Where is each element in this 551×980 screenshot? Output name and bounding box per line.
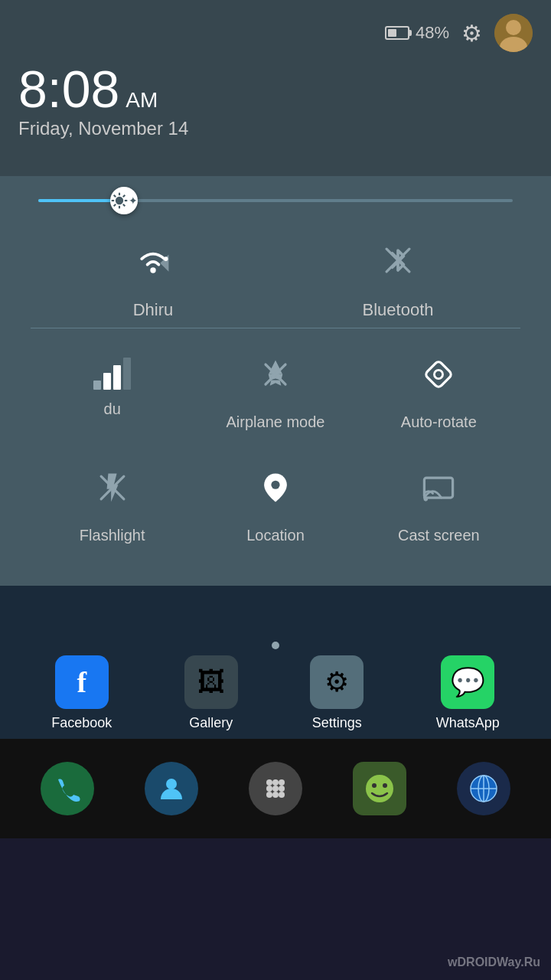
apps-nav-icon[interactable] (249, 762, 302, 815)
cast-screen-label: Cast screen (398, 527, 480, 544)
qs-row-2: du Airplane mode (31, 336, 520, 442)
time-display: 8:08 AM (18, 63, 533, 115)
location-icon (256, 468, 295, 516)
date: Friday, November 14 (18, 118, 533, 139)
svg-point-34 (279, 792, 285, 798)
svg-line-10 (122, 195, 124, 197)
airplane-label: Airplane mode (227, 413, 325, 431)
wifi-tile[interactable]: Dhiru (31, 225, 276, 328)
avatar[interactable] (494, 14, 533, 52)
svg-point-36 (372, 783, 377, 788)
settings-app-icon: ⚙ (310, 655, 364, 709)
gallery-icon: 🖼 (184, 655, 238, 709)
homescreen: f Facebook 🖼 Gallery ⚙ Settings 💬 WhatsA… (0, 586, 551, 739)
cast-screen-icon (419, 468, 458, 516)
watermark: wDROIDWay.Ru (448, 956, 540, 969)
svg-point-35 (366, 775, 393, 802)
status-bar: 48% ⚙ 8:08 AM Friday, November 14 (0, 0, 551, 176)
bluetooth-icon (378, 240, 418, 289)
battery-container: 48% (385, 23, 449, 43)
svg-line-11 (113, 204, 115, 206)
svg-point-22 (271, 481, 279, 489)
svg-point-25 (166, 779, 177, 789)
bluetooth-label: Bluetooth (363, 300, 434, 320)
time: 8:08 (18, 63, 119, 115)
gallery-label: Gallery (189, 715, 233, 731)
battery-icon (385, 26, 409, 40)
contacts-nav-icon[interactable] (145, 762, 198, 815)
ampm: AM (126, 88, 158, 113)
svg-point-12 (150, 267, 155, 273)
quick-settings-panel: Dhiru Bluetooth (0, 176, 551, 586)
phone-nav-icon[interactable] (41, 762, 94, 815)
svg-point-28 (279, 779, 285, 786)
nav-bar (0, 739, 551, 838)
qs-row-wifi-bluetooth: Dhiru Bluetooth (31, 225, 520, 328)
wifi-label: Dhiru (133, 300, 174, 320)
svg-point-24 (424, 497, 429, 501)
svg-line-8 (113, 195, 115, 197)
dock-app-gallery[interactable]: 🖼 Gallery (184, 655, 238, 731)
facebook-label: Facebook (51, 715, 112, 731)
cast-screen-tile[interactable]: Cast screen (357, 449, 520, 555)
brightness-icon (110, 190, 129, 211)
wifi-icon (133, 240, 173, 289)
page-dot (272, 642, 279, 649)
svg-point-37 (383, 783, 387, 788)
bluetooth-tile[interactable]: Bluetooth (276, 225, 520, 328)
svg-point-30 (272, 786, 279, 792)
dock-row: f Facebook 🖼 Gallery ⚙ Settings 💬 WhatsA… (0, 655, 551, 739)
svg-point-3 (115, 197, 122, 204)
svg-point-29 (266, 786, 272, 792)
browser-nav-icon[interactable] (457, 762, 510, 815)
facebook-icon: f (55, 655, 109, 709)
svg-point-26 (266, 779, 272, 786)
auto-rotate-icon (419, 354, 458, 403)
auto-rotate-label: Auto-rotate (401, 413, 477, 431)
signal-icon (93, 354, 131, 390)
whatsapp-icon: 💬 (441, 655, 494, 709)
svg-point-32 (266, 792, 272, 798)
svg-point-1 (506, 20, 521, 35)
dock-app-facebook[interactable]: f Facebook (51, 655, 112, 731)
flashlight-tile[interactable]: Flashlight (31, 449, 194, 555)
svg-point-33 (272, 792, 279, 798)
flashlight-icon (93, 468, 132, 516)
svg-point-13 (164, 256, 168, 261)
svg-line-9 (122, 204, 124, 206)
dock-app-settings[interactable]: ⚙ Settings (310, 655, 364, 731)
flashlight-label: Flashlight (80, 527, 145, 544)
qs-row-3: Flashlight Location Cast screen (31, 449, 520, 555)
brightness-thumb[interactable] (110, 187, 138, 214)
location-tile[interactable]: Location (194, 449, 357, 555)
airplane-tile[interactable]: Airplane mode (194, 336, 357, 442)
svg-point-19 (435, 370, 443, 378)
settings-label: Settings (312, 715, 362, 731)
signal-tile[interactable]: du (31, 336, 194, 442)
brightness-row (31, 199, 520, 202)
auto-rotate-tile[interactable]: Auto-rotate (357, 336, 520, 442)
settings-icon[interactable]: ⚙ (461, 20, 482, 47)
dock-app-whatsapp[interactable]: 💬 WhatsApp (436, 655, 500, 731)
battery-percentage: 48% (416, 23, 449, 43)
page-indicator (0, 635, 551, 655)
whatsapp-label: WhatsApp (436, 715, 500, 731)
airplane-icon (256, 354, 295, 403)
location-label: Location (246, 527, 305, 544)
brightness-slider[interactable] (38, 199, 513, 202)
svg-point-27 (272, 779, 279, 786)
svg-point-31 (279, 786, 285, 792)
signal-label: du (104, 400, 121, 418)
svg-rect-18 (425, 361, 453, 389)
emoji-nav-icon[interactable] (353, 762, 406, 815)
